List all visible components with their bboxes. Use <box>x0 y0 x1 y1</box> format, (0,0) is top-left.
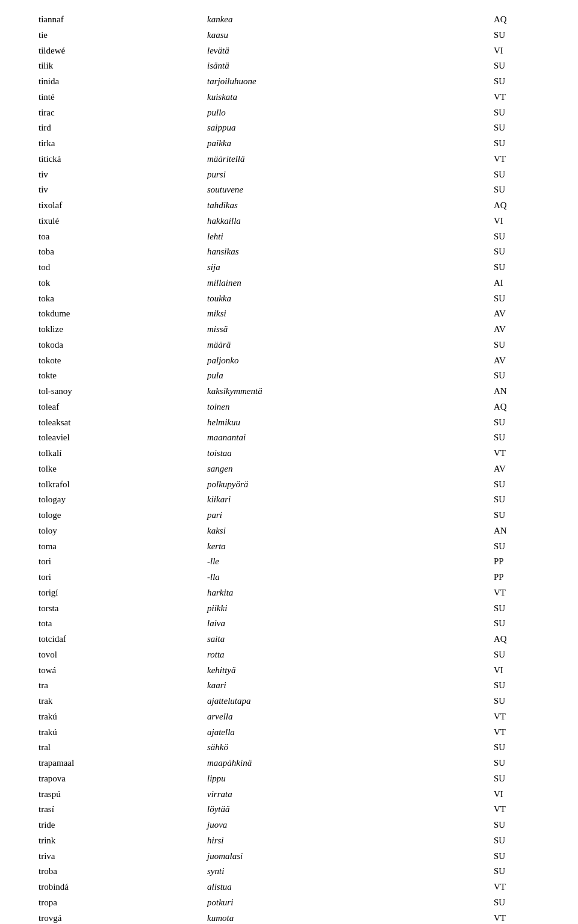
translation-cell: synti <box>205 864 491 879</box>
word-cell: tride <box>36 818 205 833</box>
type-cell: SU <box>491 28 542 43</box>
table-row: trovgákumotaVT <box>36 911 542 925</box>
type-cell: SU <box>491 694 542 709</box>
type-cell: SU <box>491 849 542 864</box>
word-cell: toa <box>36 229 205 245</box>
word-cell: tologay <box>36 492 205 508</box>
type-cell: SU <box>491 740 542 756</box>
type-cell: SU <box>491 539 542 555</box>
word-cell: trobindá <box>36 879 205 895</box>
translation-cell: määrä <box>205 337 491 353</box>
word-cell: tie <box>36 28 205 43</box>
type-cell: SU <box>491 167 542 183</box>
translation-cell: kaari <box>205 678 491 694</box>
type-cell: VT <box>491 152 542 167</box>
translation-cell: kankea <box>205 12 491 28</box>
translation-cell: -lla <box>205 570 491 585</box>
word-cell: triva <box>36 849 205 864</box>
table-row: toleavielmaanantaiSU <box>36 430 542 446</box>
table-row: trapovalippuSU <box>36 771 542 787</box>
table-row: tirkapaikkaSU <box>36 136 542 152</box>
type-cell: VT <box>491 879 542 895</box>
table-row: tokotepaljonkoAV <box>36 353 542 369</box>
table-row: tivpursiSU <box>36 167 542 183</box>
table-row: tologepariSU <box>36 508 542 523</box>
translation-cell: isäntä <box>205 58 491 74</box>
type-cell: SU <box>491 74 542 90</box>
table-row: torstapiikkiSU <box>36 601 542 617</box>
translation-cell: pari <box>205 508 491 523</box>
table-row: tinidatarjoiluhuoneSU <box>36 74 542 90</box>
translation-cell: sija <box>205 260 491 276</box>
table-row: tixolaftahdikasAQ <box>36 198 542 214</box>
word-cell: trink <box>36 833 205 849</box>
table-row: tomakertaSU <box>36 539 542 555</box>
translation-cell: juova <box>205 818 491 833</box>
table-row: trobasyntiSU <box>36 864 542 879</box>
translation-cell: lippu <box>205 771 491 787</box>
word-cell: towá <box>36 663 205 679</box>
word-cell: tinté <box>36 90 205 105</box>
word-cell: tropa <box>36 895 205 911</box>
translation-cell: potkuri <box>205 895 491 911</box>
word-cell: trakú <box>36 709 205 725</box>
word-cell: toloy <box>36 523 205 539</box>
word-cell: trovgá <box>36 911 205 925</box>
type-cell: VT <box>491 725 542 741</box>
word-cell: tokte <box>36 368 205 384</box>
translation-cell: kaasu <box>205 28 491 43</box>
translation-cell: kumota <box>205 911 491 925</box>
table-row: tori-llaPP <box>36 570 542 585</box>
word-cell: tokdume <box>36 306 205 322</box>
table-row: trakúajatellaVT <box>36 725 542 741</box>
table-row: tralsähköSU <box>36 740 542 756</box>
type-cell: AV <box>491 322 542 337</box>
word-cell: traspú <box>36 787 205 802</box>
table-row: tiannafkankeaAQ <box>36 12 542 28</box>
table-row: totalaivaSU <box>36 616 542 632</box>
translation-cell: toinen <box>205 399 491 415</box>
translation-cell: miksi <box>205 306 491 322</box>
type-cell: VT <box>491 709 542 725</box>
translation-cell: pullo <box>205 105 491 121</box>
table-row: toalehtiSU <box>36 229 542 245</box>
translation-cell: kerta <box>205 539 491 555</box>
table-row: toloykaksiAN <box>36 523 542 539</box>
type-cell: AQ <box>491 632 542 647</box>
type-cell: SU <box>491 430 542 446</box>
type-cell: SU <box>491 368 542 384</box>
type-cell: SU <box>491 291 542 307</box>
word-cell: tol-sanoy <box>36 384 205 399</box>
type-cell: VT <box>491 446 542 461</box>
table-row: tintékuiskataVT <box>36 90 542 105</box>
word-cell: tilik <box>36 58 205 74</box>
word-cell: torigí <box>36 585 205 601</box>
word-cell: tiv <box>36 167 205 183</box>
table-row: tol-sanoykaksikymmentäAN <box>36 384 542 399</box>
table-row: trapamaalmaapähkinäSU <box>36 756 542 771</box>
word-cell: tirac <box>36 105 205 121</box>
word-cell: tixulé <box>36 214 205 229</box>
translation-cell: pursi <box>205 167 491 183</box>
type-cell: SU <box>491 818 542 833</box>
translation-cell: toukka <box>205 291 491 307</box>
translation-cell: kiikari <box>205 492 491 508</box>
type-cell: SU <box>491 229 542 245</box>
type-cell: SU <box>491 864 542 879</box>
word-cell: toleaviel <box>36 430 205 446</box>
type-cell: VT <box>491 911 542 925</box>
translation-cell: lehti <box>205 229 491 245</box>
translation-cell: juomalasi <box>205 849 491 864</box>
word-cell: tolkrafol <box>36 477 205 493</box>
type-cell: SU <box>491 260 542 276</box>
table-row: toleaftoinenAQ <box>36 399 542 415</box>
type-cell: VT <box>491 802 542 818</box>
translation-cell: löytää <box>205 802 491 818</box>
table-row: torigíharkitaVT <box>36 585 542 601</box>
translation-cell: hirsi <box>205 833 491 849</box>
type-cell: SU <box>491 508 542 523</box>
translation-cell: sähkö <box>205 740 491 756</box>
table-row: tovolrottaSU <box>36 647 542 663</box>
type-cell: SU <box>491 58 542 74</box>
table-row: trakaariSU <box>36 678 542 694</box>
